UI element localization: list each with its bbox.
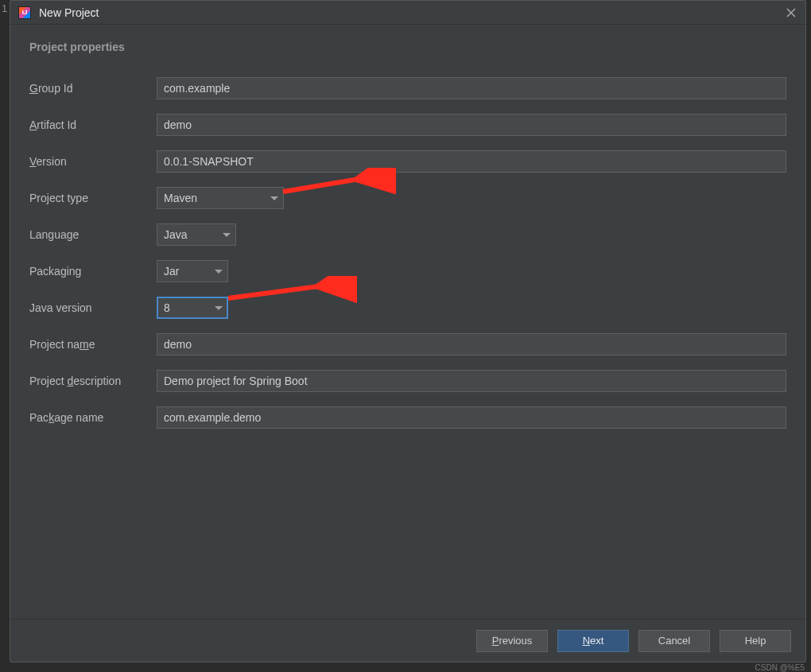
dialog-footer: Previous Next Cancel Help [10,619,805,662]
java-version-value: 8 [164,301,215,314]
language-dropdown[interactable]: Java [157,223,236,246]
row-artifact-id: Artifact Id [29,114,786,136]
row-language: Language Java [29,223,786,246]
label-artifact-id: Artifact Id [29,118,157,131]
label-java-version: Java version [29,301,157,314]
dialog-content: Project properties Group Id Artifact Id … [10,25,805,619]
chevron-down-icon [215,306,223,310]
group-id-input[interactable] [157,77,786,99]
watermark: CSDN @%E5 [755,663,805,672]
previous-button[interactable]: Previous [476,630,548,652]
chevron-down-icon [270,196,278,200]
row-project-description: Project description [29,370,786,392]
label-project-type: Project type [29,192,157,204]
version-input[interactable] [157,150,786,173]
language-value: Java [164,228,223,241]
project-type-dropdown[interactable]: Maven [157,187,284,209]
row-project-name: Project name [29,333,786,355]
intellij-icon: IJ [18,6,31,19]
java-version-dropdown[interactable]: 8 [157,297,228,319]
label-project-description: Project description [29,375,157,387]
label-group-id: Group Id [29,82,157,95]
chevron-down-icon [223,233,231,237]
row-java-version: Java version 8 [29,297,786,319]
row-version: Version [29,150,786,173]
new-project-dialog: IJ New Project Project properties Group … [10,0,806,662]
titlebar: IJ New Project [10,1,805,25]
label-project-name: Project name [29,338,157,351]
package-name-input[interactable] [157,406,786,429]
section-title: Project properties [29,41,786,53]
row-package-name: Package name [29,406,786,429]
artifact-id-input[interactable] [157,114,786,136]
chevron-down-icon [215,270,223,274]
project-type-value: Maven [164,192,270,204]
row-project-type: Project type Maven [29,187,786,209]
close-icon[interactable] [785,6,797,19]
line-number: 1 [2,2,7,14]
project-name-input[interactable] [157,333,786,355]
window-title: New Project [39,6,785,19]
label-packaging: Packaging [29,265,157,278]
label-version: Version [29,155,157,168]
row-group-id: Group Id [29,77,786,99]
next-button[interactable]: Next [557,630,629,652]
label-package-name: Package name [29,411,157,424]
packaging-value: Jar [164,265,215,278]
help-button[interactable]: Help [720,630,791,652]
cancel-button[interactable]: Cancel [638,630,710,652]
svg-line-5 [228,282,349,298]
label-language: Language [29,228,157,241]
project-description-input[interactable] [157,370,786,392]
row-packaging: Packaging Jar [29,260,786,282]
packaging-dropdown[interactable]: Jar [157,260,228,282]
